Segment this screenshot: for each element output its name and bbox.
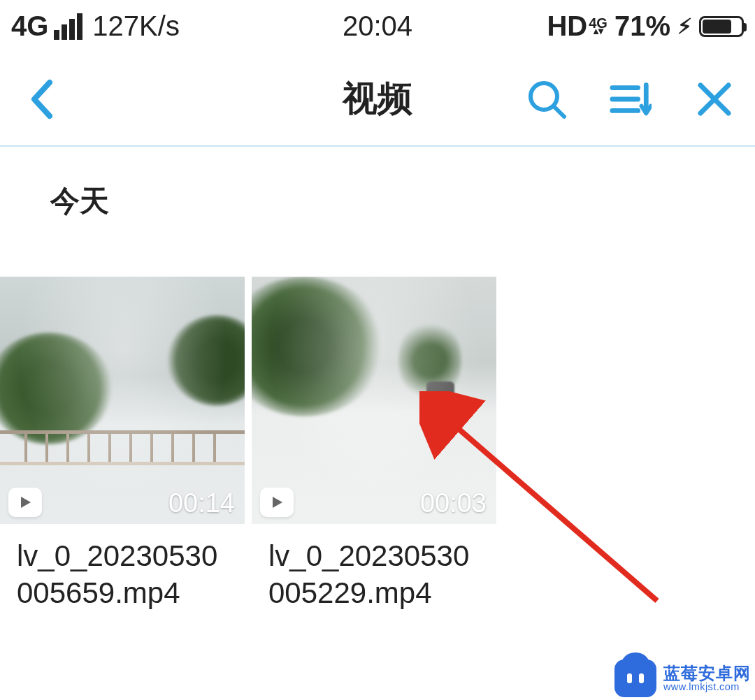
video-thumbnail: 00:03 [252,277,496,524]
signal-icon [54,13,82,40]
svg-line-1 [554,107,564,117]
video-filename: lv_0_20230530005659.mp4 [0,524,245,611]
search-button[interactable] [526,78,568,120]
charging-icon: ⚡︎ [677,14,692,38]
watermark: 蓝莓安卓网 www.lmkjst.com [614,659,751,697]
back-button[interactable] [21,78,63,120]
secondary-network-icon: 4G ▴▾ [589,18,607,35]
close-button[interactable] [693,78,735,120]
video-grid: 00:14 lv_0_20230530005659.mp4 00:03 lv_0… [0,277,755,611]
network-speed: 127K/s [92,10,180,42]
status-right: HD 4G ▴▾ 71% ⚡︎ [547,10,744,42]
sort-icon [610,80,652,118]
status-bar: 4G 127K/s 20:04 HD 4G ▴▾ 71% ⚡︎ [0,0,755,52]
watermark-url: www.lmkjst.com [663,682,751,692]
video-item[interactable]: 00:14 lv_0_20230530005659.mp4 [0,277,245,611]
battery-percent: 71% [614,10,670,42]
play-icon [260,488,294,517]
svg-marker-8 [21,497,31,508]
page-title: 视频 [343,75,412,122]
video-duration: 00:14 [168,488,235,518]
close-icon [696,81,733,117]
app-bar: 视频 [0,52,755,147]
section-header-today: 今天 [0,147,755,249]
video-duration: 00:03 [420,488,487,518]
video-thumbnail: 00:14 [0,277,245,524]
network-type: 4G [11,10,48,42]
clock: 20:04 [343,10,412,42]
hd-indicator: HD [547,10,587,42]
video-filename: lv_0_20230530005229.mp4 [252,524,496,611]
sort-button[interactable] [610,78,652,120]
play-icon [8,488,42,517]
battery-icon [699,16,744,37]
svg-marker-9 [273,497,282,508]
watermark-title: 蓝莓安卓网 [663,664,751,682]
chevron-left-icon [27,78,57,120]
status-left: 4G 127K/s [11,10,180,42]
video-item[interactable]: 00:03 lv_0_20230530005229.mp4 [252,277,496,611]
search-icon [526,79,567,119]
watermark-logo-icon [614,659,656,697]
